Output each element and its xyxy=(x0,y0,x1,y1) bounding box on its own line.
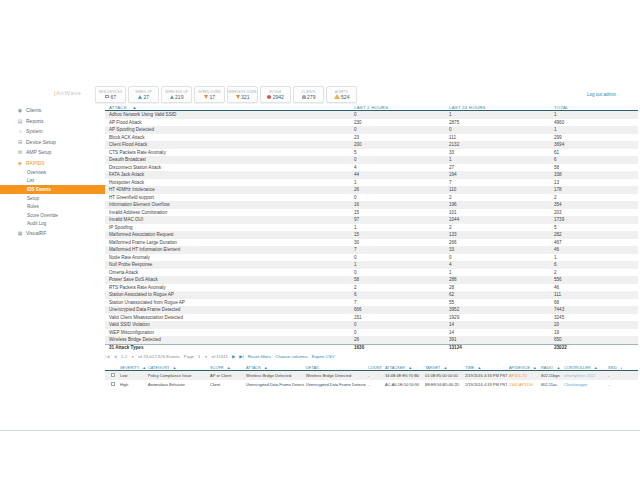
header-stat-box[interactable]: ROGUE 2942 xyxy=(260,86,291,103)
column-header[interactable]: Time ▲ xyxy=(463,365,507,370)
column-header[interactable]: Total xyxy=(550,105,638,110)
stat-icon xyxy=(105,95,109,98)
sidebar-subitem[interactable]: Audit Log xyxy=(0,220,105,229)
column-header[interactable]: SSID ▲ xyxy=(606,365,622,370)
total-cell: 58 xyxy=(550,165,638,170)
last-2-hours-cell: 2 xyxy=(350,285,445,290)
attack-total-24h: 13124 xyxy=(445,345,550,350)
attack-table-row: IP Spoofing 1 2 5 xyxy=(105,224,638,232)
sidebar-subitem[interactable]: Overview xyxy=(0,168,105,177)
attacker-cell: 34:4B:4E:E6:70:B0 xyxy=(383,373,423,378)
last-24-hours-cell: 266 xyxy=(445,240,550,245)
sidebar-subitem-label: Score Override xyxy=(27,213,58,218)
last-24-hours-cell: 7 xyxy=(445,180,550,185)
column-header[interactable]: Detail xyxy=(304,365,366,370)
attack-name-cell: Invalid MAC OUI xyxy=(105,217,350,222)
stat-value: 321 xyxy=(241,94,249,100)
choose-columns-link[interactable]: Choose columns xyxy=(275,354,308,359)
controller-link[interactable]: ethersphere-1322 xyxy=(562,373,606,378)
last-24-hours-cell: 1044 xyxy=(445,217,550,222)
first-page-button[interactable]: |◀ xyxy=(105,354,110,359)
export-csv-link[interactable]: Export CSV xyxy=(312,354,335,359)
row-checkbox[interactable] xyxy=(111,373,115,377)
column-header[interactable]: Category ▲ xyxy=(146,365,208,370)
sidebar-item[interactable]: ⊞ Device Setup xyxy=(0,137,105,148)
stat-value: 27 xyxy=(143,94,149,100)
header-stat-box[interactable]: NEW DEVICES 67 xyxy=(95,86,126,103)
column-header[interactable]: Scope ▲ xyxy=(208,365,244,370)
header-stat-box[interactable]: WIRELESS DOWN 321 xyxy=(227,86,258,103)
header-stat-box[interactable]: WIRELESS UP 219 xyxy=(161,86,192,103)
last-page-button[interactable]: ▶| xyxy=(239,354,244,359)
sidebar-subitem[interactable]: Rules xyxy=(0,202,105,211)
target-cell: B8:E8:56:B5:46:2D xyxy=(423,382,463,387)
last-24-hours-cell: 196 xyxy=(445,202,550,207)
sidebar-subitem[interactable]: Score Override xyxy=(0,211,105,220)
ap-device-link[interactable]: AP105-70 xyxy=(507,373,539,378)
attack-table-row: Disconnect Station Attack 4 27 58 xyxy=(105,164,638,172)
logout-link[interactable]: Log out admin xyxy=(587,92,616,97)
sidebar-item[interactable]: ▦ VisualRF xyxy=(0,228,105,239)
page-of-text: of 11511 xyxy=(211,354,227,359)
header-stat-box[interactable]: WIRED UP 27 xyxy=(128,86,159,103)
count-cell: - xyxy=(366,382,383,387)
header-stats-bar: NEW DEVICES 67 WIRED UP 27 WIRELESS UP 2… xyxy=(95,86,357,103)
range-dropdown-caret[interactable]: ▼ xyxy=(131,355,134,359)
next-page-button[interactable]: ▶ xyxy=(232,354,235,359)
ap-device-link[interactable]: 1341.AP1130 xyxy=(507,382,539,387)
sidebar-item-label: RAPIDS xyxy=(26,160,45,166)
header-stat-box[interactable]: ALERTS 524 xyxy=(326,86,357,103)
sidebar-subitem[interactable]: IDS Events xyxy=(0,185,105,194)
last-24-hours-cell: 2 xyxy=(445,225,550,230)
attack-table-row: Malformed HT Information Element 7 33 46 xyxy=(105,246,638,254)
attack-table-row: Station Unassociated from Rogue AP 7 55 … xyxy=(105,299,638,307)
column-header[interactable]: Controller ▲ xyxy=(562,365,606,370)
count-cell: - xyxy=(366,373,383,378)
sidebar-item-label: AMP Setup xyxy=(26,149,51,155)
last-24-hours-cell: 194 xyxy=(445,172,550,177)
total-cell: 7443 xyxy=(550,307,638,312)
sidebar-item[interactable]: ☼ System xyxy=(0,126,105,137)
page-dropdown-caret[interactable]: ▼ xyxy=(204,355,207,359)
last-2-hours-cell: 0 xyxy=(350,127,445,132)
controller-link[interactable]: Chuckwagon xyxy=(562,382,606,387)
header-stat-box[interactable]: CLIENTS 279 xyxy=(293,86,324,103)
column-header[interactable]: Severity ▲ xyxy=(118,365,146,370)
attack-table-row: Deauth Broadcast 0 1 6 xyxy=(105,156,638,164)
scope-cell: Client xyxy=(208,382,244,387)
row-checkbox[interactable] xyxy=(111,382,115,386)
attack-name-cell: Power Save DoS Attack xyxy=(105,277,350,282)
column-header[interactable]: AP/Device ▲ xyxy=(507,365,539,370)
last-24-hours-cell: 0 xyxy=(445,255,550,260)
column-header[interactable]: Attack ▲ xyxy=(105,105,350,110)
content-bottom-divider xyxy=(0,430,640,431)
total-cell: 6 xyxy=(550,157,638,162)
stat-value: 2942 xyxy=(273,94,284,100)
column-header[interactable]: Target ▲ xyxy=(423,365,463,370)
sidebar-item[interactable]: ◉ Clients xyxy=(0,105,105,116)
column-header[interactable]: Count xyxy=(366,365,383,370)
column-header[interactable]: Last 24 Hours xyxy=(445,105,550,110)
attack-table-row: Station Associated to Rogue AP 6 62 111 xyxy=(105,291,638,299)
last-24-hours-cell: 133 xyxy=(445,232,550,237)
header-stat-box[interactable]: WIRED DOWN 17 xyxy=(194,86,225,103)
attack-table-row: Wireless Bridge Detected 26 391 650 xyxy=(105,336,638,344)
last-2-hours-cell: 26 xyxy=(350,187,445,192)
reset-filters-link[interactable]: Reset filters xyxy=(248,354,271,359)
column-header[interactable]: Attacker ▲ xyxy=(383,365,423,370)
sidebar-subitem[interactable]: List xyxy=(0,177,105,186)
sidebar-item[interactable]: ⌘ AMP Setup xyxy=(0,147,105,158)
airwave-logo: (AirWave xyxy=(54,90,81,96)
last-24-hours-cell: 33 xyxy=(445,247,550,252)
last-24-hours-cell: 0 xyxy=(445,127,550,132)
sidebar-item[interactable]: ▤ Reports xyxy=(0,116,105,127)
stat-icon xyxy=(236,95,240,99)
attack-table-row: FATA Jack Attack 44 194 338 xyxy=(105,171,638,179)
sidebar-subitem[interactable]: Setup xyxy=(0,194,105,203)
prev-page-button[interactable]: ◀ xyxy=(114,354,117,359)
column-header[interactable]: Attack ▲ xyxy=(244,365,304,370)
sidebar-item-label: Reports xyxy=(26,118,44,124)
column-header[interactable]: Radio ▲ xyxy=(539,365,562,370)
column-header[interactable]: Last 2 Hours xyxy=(350,105,445,110)
sidebar-item[interactable]: ◈ RAPIDS xyxy=(0,158,105,169)
